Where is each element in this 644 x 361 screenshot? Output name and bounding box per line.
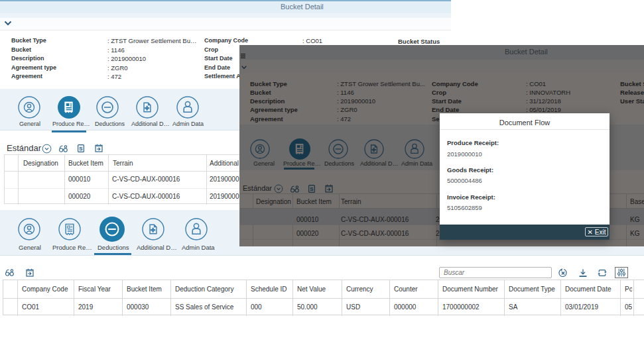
- svg-text:S: S: [79, 146, 83, 152]
